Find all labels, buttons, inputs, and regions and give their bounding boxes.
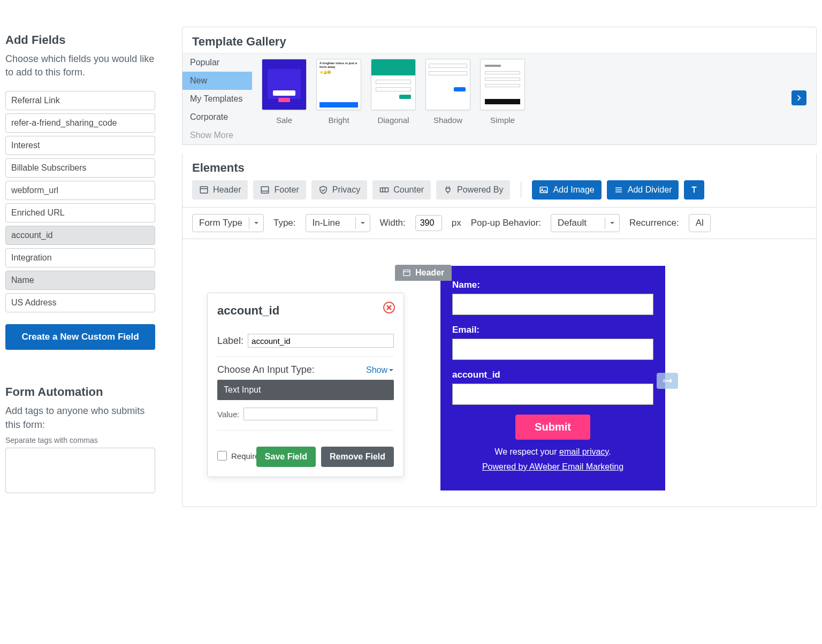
field-item-refer-a-friend[interactable]: refer-a-friend_sharing_code bbox=[5, 113, 155, 133]
show-input-types-link[interactable]: Show bbox=[366, 365, 394, 375]
popup-behavior-select[interactable]: Default bbox=[551, 214, 620, 232]
form-options-bar: Form Type Type: In-Line Width: px Pop-up… bbox=[182, 207, 816, 239]
svg-rect-2 bbox=[262, 187, 269, 193]
template-thumb-simple[interactable] bbox=[480, 59, 525, 110]
header-icon bbox=[402, 269, 411, 277]
plug-icon bbox=[443, 185, 453, 195]
save-field-button[interactable]: Save Field bbox=[256, 447, 316, 467]
gallery-cat-my-templates[interactable]: My Templates bbox=[182, 90, 252, 108]
template-label-shadow: Shadow bbox=[433, 116, 462, 125]
width-input[interactable] bbox=[415, 215, 442, 231]
field-item-enriched-url[interactable]: Enriched URL bbox=[5, 203, 155, 223]
recurrence-label: Recurrence: bbox=[629, 218, 679, 228]
powered-by-element-button[interactable]: Powered By bbox=[436, 180, 510, 200]
template-gallery: Template Gallery Popular New My Template… bbox=[182, 27, 817, 145]
shield-icon bbox=[318, 185, 328, 195]
remove-field-button[interactable]: Remove Field bbox=[321, 447, 394, 467]
form-automation-title: Form Automation bbox=[5, 385, 155, 399]
counter-icon bbox=[379, 185, 389, 195]
template-thumb-diagonal[interactable] bbox=[371, 59, 416, 110]
close-icon bbox=[386, 305, 392, 310]
editor-label-label: Label: bbox=[217, 335, 243, 347]
header-icon bbox=[199, 185, 209, 195]
editor-close-button[interactable] bbox=[383, 302, 395, 313]
field-item-account-id[interactable]: account_id bbox=[5, 226, 155, 245]
add-divider-button[interactable]: Add Divider bbox=[607, 180, 679, 200]
create-custom-field-button[interactable]: Create a New Custom Field bbox=[5, 324, 155, 350]
caret-down-icon bbox=[254, 220, 259, 226]
gallery-cat-new[interactable]: New bbox=[182, 72, 252, 90]
gallery-cat-corporate[interactable]: Corporate bbox=[182, 108, 252, 126]
field-item-referral-link[interactable]: Referral Link bbox=[5, 91, 155, 110]
field-item-webform-url[interactable]: webform_url bbox=[5, 181, 155, 200]
gallery-cat-popular[interactable]: Popular bbox=[182, 53, 252, 72]
preview-submit-button[interactable]: Submit bbox=[515, 415, 590, 440]
toolbar-separator bbox=[521, 182, 521, 198]
elements-panel: Elements Header Footer Privacy Counter bbox=[182, 154, 817, 507]
template-label-sale: Sale bbox=[276, 116, 292, 125]
template-label-bright: Bright bbox=[328, 116, 349, 125]
form-automation-desc: Add tags to anyone who submits this form… bbox=[5, 404, 155, 431]
svg-rect-12 bbox=[404, 270, 410, 276]
template-thumb-shadow[interactable] bbox=[425, 59, 470, 110]
gallery-cat-show-more[interactable]: Show More bbox=[182, 126, 252, 144]
caret-down-icon bbox=[360, 220, 366, 226]
type-select[interactable]: In-Line bbox=[306, 214, 370, 232]
elements-title: Elements bbox=[182, 154, 816, 180]
field-item-integration[interactable]: Integration bbox=[5, 248, 155, 267]
template-label-simple: Simple bbox=[490, 116, 515, 125]
add-text-button[interactable] bbox=[684, 180, 704, 200]
selected-input-type[interactable]: Text Input bbox=[217, 380, 394, 400]
preview-privacy-text: We respect your email privacy. bbox=[452, 447, 653, 457]
preview-account-id-input[interactable] bbox=[452, 384, 653, 405]
editor-value-input[interactable] bbox=[243, 408, 377, 420]
add-image-button[interactable]: Add Image bbox=[532, 180, 601, 200]
editor-value-label: Value: bbox=[217, 410, 239, 419]
gallery-next-button[interactable] bbox=[791, 90, 806, 105]
preview-email-label: Email: bbox=[452, 325, 653, 335]
preview-account-id-label: account_id bbox=[452, 370, 653, 380]
tags-hint: Separate tags with commas bbox=[5, 436, 155, 444]
caret-down-icon bbox=[610, 220, 615, 226]
recurrence-select[interactable]: Al bbox=[689, 214, 711, 232]
editor-label-input[interactable] bbox=[248, 334, 394, 348]
preview-name-input[interactable] bbox=[452, 294, 653, 315]
template-label-diagonal: Diagonal bbox=[377, 116, 409, 125]
field-item-interest[interactable]: Interest bbox=[5, 136, 155, 155]
width-unit: px bbox=[452, 218, 461, 228]
header-tab[interactable]: Header bbox=[395, 265, 452, 281]
image-icon bbox=[539, 185, 549, 195]
caret-down-icon bbox=[389, 367, 394, 373]
header-element-button[interactable]: Header bbox=[192, 180, 248, 200]
field-item-us-address[interactable]: US Address bbox=[5, 293, 155, 312]
svg-rect-4 bbox=[380, 188, 389, 192]
preview-name-label: Name: bbox=[452, 280, 653, 290]
counter-element-button[interactable]: Counter bbox=[372, 180, 431, 200]
powered-by-link[interactable]: Powered by AWeber Email Marketing bbox=[482, 462, 623, 471]
divider-icon bbox=[614, 185, 623, 195]
footer-element-button[interactable]: Footer bbox=[253, 180, 306, 200]
footer-icon bbox=[260, 185, 270, 195]
svg-rect-0 bbox=[200, 187, 208, 193]
email-privacy-link[interactable]: email privacy bbox=[559, 447, 608, 456]
add-fields-title: Add Fields bbox=[5, 33, 155, 47]
text-icon bbox=[689, 185, 699, 195]
form-preview[interactable]: Header Name: Email: account_id Submit We… bbox=[440, 266, 665, 490]
resize-icon bbox=[662, 377, 673, 385]
form-type-select[interactable]: Form Type bbox=[192, 214, 264, 232]
preview-email-input[interactable] bbox=[452, 339, 653, 360]
type-label: Type: bbox=[273, 218, 296, 228]
required-checkbox[interactable] bbox=[217, 451, 227, 461]
popup-label: Pop-up Behavior: bbox=[471, 218, 541, 228]
privacy-element-button[interactable]: Privacy bbox=[311, 180, 367, 200]
template-thumb-sale[interactable] bbox=[262, 59, 307, 110]
template-thumb-bright[interactable]: ⭐🔔😊 bbox=[316, 59, 361, 110]
editor-field-title: account_id bbox=[217, 304, 394, 318]
width-label: Width: bbox=[380, 218, 406, 228]
resize-handle[interactable] bbox=[657, 373, 678, 389]
template-gallery-title: Template Gallery bbox=[182, 27, 816, 53]
tags-input[interactable] bbox=[5, 448, 155, 493]
field-item-name[interactable]: Name bbox=[5, 271, 155, 290]
field-item-billable[interactable]: Billable Subscribers bbox=[5, 158, 155, 178]
field-list: Referral Link refer-a-friend_sharing_cod… bbox=[5, 91, 155, 312]
